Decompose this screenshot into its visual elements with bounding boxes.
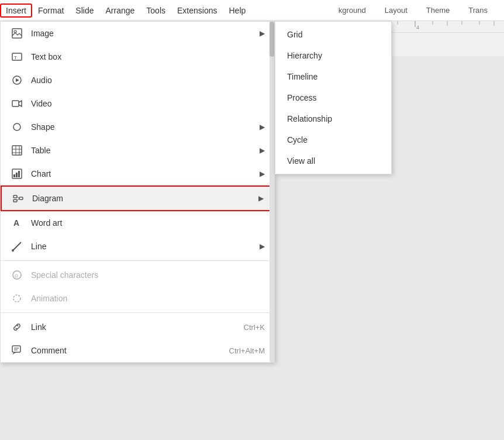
- svg-point-46: [13, 295, 20, 302]
- menu-item-image[interactable]: Image ▶: [1, 22, 274, 45]
- menu-item-video[interactable]: Video: [1, 92, 274, 115]
- menu-tools[interactable]: Tools: [140, 4, 171, 18]
- menu-item-shape-label: Shape: [31, 122, 260, 132]
- submenu-item-hierarchy[interactable]: Hierarchy: [275, 45, 391, 66]
- svg-rect-27: [12, 146, 22, 155]
- menu-divider-2: [1, 312, 274, 313]
- shape-arrow-icon: ▶: [260, 123, 265, 131]
- submenu-item-timeline[interactable]: Timeline: [275, 66, 391, 87]
- toolbar-tab-layout[interactable]: Layout: [380, 4, 412, 17]
- diagram-icon: [11, 191, 25, 205]
- svg-line-42: [13, 242, 21, 250]
- menu-item-comment[interactable]: Comment Ctrl+Alt+M: [1, 339, 274, 362]
- svg-point-25: [13, 123, 20, 130]
- menu-divider-1: [1, 260, 274, 261]
- menu-item-image-label: Image: [31, 29, 260, 38]
- toolbar-tab-background[interactable]: kground: [334, 4, 371, 17]
- menu-arrange[interactable]: Arrange: [100, 4, 141, 18]
- menu-insert-label: Insert: [6, 6, 26, 15]
- menu-format[interactable]: Format: [32, 4, 70, 18]
- menu-item-shape[interactable]: Shape ▶: [1, 115, 274, 139]
- menu-item-table[interactable]: Table ▶: [1, 139, 274, 162]
- diagram-arrow-icon: ▶: [258, 194, 264, 202]
- diagram-submenu: Grid Hierarchy Timeline Process Relation…: [275, 21, 392, 174]
- video-icon: [10, 97, 24, 111]
- menu-item-comment-label: Comment: [31, 346, 229, 355]
- menu-help[interactable]: Help: [223, 4, 251, 18]
- menu-bar: Insert Format Slide Arrange Tools Extens…: [0, 0, 504, 21]
- submenu-item-grid[interactable]: Grid: [275, 24, 391, 45]
- menu-item-animation: Animation: [1, 287, 274, 310]
- menu-item-video-label: Video: [31, 99, 265, 108]
- menu-item-audio[interactable]: Audio: [1, 68, 274, 92]
- menu-item-link-label: Link: [31, 322, 244, 332]
- toolbar-tab-theme[interactable]: Theme: [422, 4, 454, 17]
- menu-item-link[interactable]: Link Ctrl+K: [1, 315, 274, 339]
- chart-arrow-icon: ▶: [260, 170, 265, 178]
- comment-icon: [10, 343, 24, 358]
- link-icon: [10, 320, 24, 334]
- link-shortcut: Ctrl+K: [244, 323, 265, 332]
- table-icon: [10, 143, 24, 157]
- menu-item-line[interactable]: Line ▶: [1, 235, 274, 258]
- toolbar-tab-transitions[interactable]: Trans: [464, 4, 492, 17]
- chart-icon: [10, 167, 24, 181]
- menu-item-diagram-label: Diagram: [32, 194, 258, 203]
- menu-item-diagram[interactable]: Diagram ▶: [1, 185, 274, 211]
- svg-text:4: 4: [416, 25, 419, 30]
- dropdown-scrollbar[interactable]: [270, 22, 274, 362]
- shape-icon: [10, 120, 24, 134]
- menu-insert[interactable]: Insert: [0, 4, 32, 18]
- svg-rect-33: [13, 174, 15, 177]
- svg-text:A: A: [13, 218, 19, 228]
- menu-item-chart[interactable]: Chart ▶: [1, 162, 274, 185]
- menu-item-textbox[interactable]: T Text box: [1, 45, 274, 68]
- submenu-item-cycle[interactable]: Cycle: [275, 129, 391, 150]
- line-icon: [10, 239, 24, 253]
- submenu-item-relationship[interactable]: Relationship: [275, 108, 391, 129]
- svg-point-43: [12, 249, 14, 252]
- menu-item-wordart-label: Word art: [31, 218, 265, 228]
- svg-line-40: [17, 198, 19, 201]
- svg-rect-35: [18, 171, 20, 177]
- menu-slide-label: Slide: [75, 6, 94, 15]
- comment-shortcut: Ctrl+Alt+M: [229, 346, 265, 355]
- animation-icon: [10, 291, 24, 305]
- svg-rect-24: [12, 101, 19, 106]
- menu-item-audio-label: Audio: [31, 75, 265, 85]
- wordart-icon: A: [10, 216, 24, 230]
- submenu-item-viewall[interactable]: View all: [275, 150, 391, 171]
- svg-rect-47: [12, 346, 20, 352]
- menu-arrange-label: Arrange: [106, 6, 135, 15]
- menu-tools-label: Tools: [146, 6, 165, 15]
- submenu-item-process[interactable]: Process: [275, 87, 391, 108]
- line-arrow-icon: ▶: [260, 242, 265, 250]
- textbox-icon: T: [10, 50, 24, 64]
- svg-rect-38: [19, 197, 23, 200]
- svg-text:Ω: Ω: [15, 273, 18, 279]
- audio-icon: [10, 73, 24, 87]
- menu-item-animation-label: Animation: [31, 294, 265, 303]
- menu-item-table-label: Table: [31, 146, 260, 155]
- special-characters-icon: Ω: [10, 268, 24, 282]
- scrollbar-thumb[interactable]: [270, 22, 274, 57]
- menu-item-special-characters: Ω Special characters: [1, 263, 274, 287]
- image-icon: [10, 26, 24, 40]
- table-arrow-icon: ▶: [260, 146, 265, 154]
- menu-extensions-label: Extensions: [177, 6, 217, 15]
- insert-dropdown: Image ▶ T Text box Audio Vide: [0, 21, 275, 363]
- svg-marker-23: [16, 78, 19, 82]
- menu-item-special-characters-label: Special characters: [31, 270, 265, 280]
- svg-rect-34: [16, 173, 18, 177]
- menu-item-line-label: Line: [31, 242, 260, 251]
- menu-extensions[interactable]: Extensions: [171, 4, 223, 18]
- svg-rect-37: [13, 200, 17, 202]
- menu-item-wordart[interactable]: A Word art: [1, 211, 274, 235]
- menu-help-label: Help: [229, 6, 246, 15]
- svg-text:T: T: [14, 55, 17, 60]
- image-arrow-icon: ▶: [260, 29, 265, 37]
- menu-format-label: Format: [38, 6, 64, 15]
- menu-item-chart-label: Chart: [31, 169, 260, 178]
- menu-slide[interactable]: Slide: [70, 4, 99, 18]
- svg-rect-36: [13, 195, 17, 198]
